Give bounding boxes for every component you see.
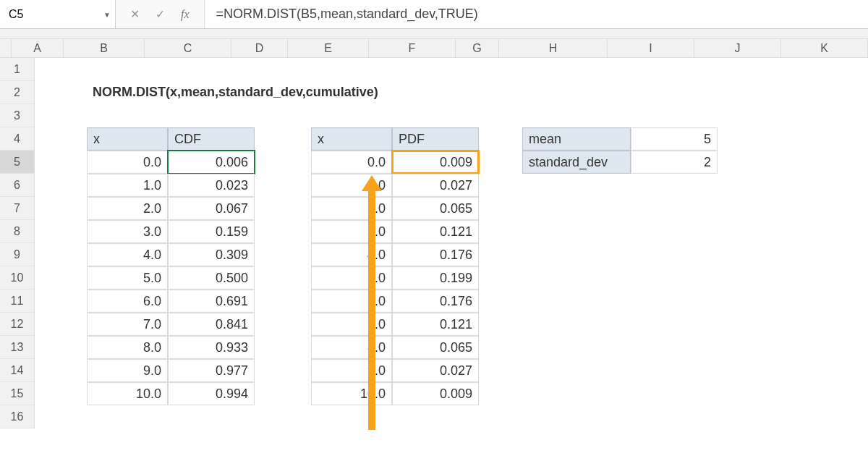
cell-F2[interactable] bbox=[392, 81, 479, 104]
cell-H15[interactable] bbox=[522, 382, 631, 405]
cell-J12[interactable] bbox=[718, 313, 804, 336]
cell-C11[interactable]: 0.691 bbox=[168, 290, 255, 313]
row-header-8[interactable]: 8 bbox=[0, 220, 35, 243]
row-header-6[interactable]: 6 bbox=[0, 174, 35, 197]
cell-C2[interactable] bbox=[168, 81, 255, 104]
cell-H7[interactable] bbox=[522, 197, 631, 220]
cell-F14[interactable]: 0.027 bbox=[392, 359, 479, 382]
cell-J11[interactable] bbox=[718, 290, 804, 313]
cell-D8[interactable] bbox=[255, 220, 311, 243]
cell-J3[interactable] bbox=[718, 104, 804, 127]
cell-H10[interactable] bbox=[522, 266, 631, 290]
cell-K15[interactable] bbox=[804, 382, 868, 405]
cell-I9[interactable] bbox=[631, 243, 718, 266]
row-header-15[interactable]: 15 bbox=[0, 382, 35, 405]
cell-D6[interactable] bbox=[255, 174, 311, 197]
cancel-icon[interactable] bbox=[130, 7, 140, 21]
cell-A5[interactable] bbox=[35, 151, 87, 174]
cell-B3[interactable] bbox=[87, 104, 168, 127]
cell-A6[interactable] bbox=[35, 174, 87, 197]
cell-E9[interactable]: 4.0 bbox=[311, 243, 392, 266]
cell-D14[interactable] bbox=[255, 359, 311, 382]
cell-H8[interactable] bbox=[522, 220, 631, 243]
cell-A2[interactable] bbox=[35, 81, 87, 104]
row-header-9[interactable]: 9 bbox=[0, 243, 35, 266]
cell-A16[interactable] bbox=[35, 405, 87, 428]
cell-F5[interactable]: 0.009 bbox=[392, 151, 479, 174]
cell-J15[interactable] bbox=[718, 382, 804, 405]
cell-B12[interactable]: 7.0 bbox=[87, 313, 168, 336]
cell-D9[interactable] bbox=[255, 243, 311, 266]
cell-B6[interactable]: 1.0 bbox=[87, 174, 168, 197]
cell-H2[interactable] bbox=[522, 81, 631, 104]
col-header-B[interactable]: B bbox=[64, 39, 145, 57]
col-header-K[interactable]: K bbox=[781, 39, 868, 57]
cell-C4[interactable]: CDF bbox=[168, 127, 255, 151]
cell-E2[interactable] bbox=[311, 81, 392, 104]
cell-E14[interactable]: 9.0 bbox=[311, 359, 392, 382]
cell-G11[interactable] bbox=[479, 290, 522, 313]
cell-C10[interactable]: 0.500 bbox=[168, 266, 255, 290]
cell-C1[interactable] bbox=[168, 58, 255, 81]
cell-E1[interactable] bbox=[311, 58, 392, 81]
cell-K11[interactable] bbox=[804, 290, 868, 313]
cell-B4[interactable]: x bbox=[87, 127, 168, 151]
cell-J1[interactable] bbox=[718, 58, 804, 81]
cell-I12[interactable] bbox=[631, 313, 718, 336]
cell-D4[interactable] bbox=[255, 127, 311, 151]
cell-D2[interactable] bbox=[255, 81, 311, 104]
col-header-J[interactable]: J bbox=[694, 39, 781, 57]
row-header-2[interactable]: 2 bbox=[0, 81, 35, 104]
cell-A11[interactable] bbox=[35, 290, 87, 313]
col-header-F[interactable]: F bbox=[369, 39, 456, 57]
row-header-10[interactable]: 10 bbox=[0, 266, 35, 290]
cell-A15[interactable] bbox=[35, 382, 87, 405]
col-header-C[interactable]: C bbox=[145, 39, 231, 57]
cell-G16[interactable] bbox=[479, 405, 522, 428]
cell-F3[interactable] bbox=[392, 104, 479, 127]
cell-K4[interactable] bbox=[804, 127, 868, 151]
cell-E10[interactable]: 5.0 bbox=[311, 266, 392, 290]
col-header-E[interactable]: E bbox=[288, 39, 369, 57]
cell-B1[interactable] bbox=[87, 58, 168, 81]
cell-H12[interactable] bbox=[522, 313, 631, 336]
row-header-4[interactable]: 4 bbox=[0, 127, 35, 151]
name-box-input[interactable] bbox=[7, 7, 108, 22]
cell-K16[interactable] bbox=[804, 405, 868, 428]
col-header-D[interactable]: D bbox=[231, 39, 288, 57]
cell-E3[interactable] bbox=[311, 104, 392, 127]
cell-I2[interactable] bbox=[631, 81, 718, 104]
dropdown-icon[interactable]: ▼ bbox=[103, 10, 111, 18]
cell-J14[interactable] bbox=[718, 359, 804, 382]
cell-K12[interactable] bbox=[804, 313, 868, 336]
cell-J7[interactable] bbox=[718, 197, 804, 220]
cell-J5[interactable] bbox=[718, 151, 804, 174]
cell-G4[interactable] bbox=[479, 127, 522, 151]
cell-H14[interactable] bbox=[522, 359, 631, 382]
cell-E4[interactable]: x bbox=[311, 127, 392, 151]
cell-G9[interactable] bbox=[479, 243, 522, 266]
cell-G5[interactable] bbox=[479, 151, 522, 174]
cell-C5[interactable]: 0.006 bbox=[168, 151, 255, 174]
cell-K2[interactable] bbox=[804, 81, 868, 104]
cell-G7[interactable] bbox=[479, 197, 522, 220]
cell-K5[interactable] bbox=[804, 151, 868, 174]
cell-F4[interactable]: PDF bbox=[392, 127, 479, 151]
cell-F11[interactable]: 0.176 bbox=[392, 290, 479, 313]
cell-F15[interactable]: 0.009 bbox=[392, 382, 479, 405]
cell-K8[interactable] bbox=[804, 220, 868, 243]
cell-B5[interactable]: 0.0 bbox=[87, 151, 168, 174]
cell-E11[interactable]: 6.0 bbox=[311, 290, 392, 313]
cell-E13[interactable]: 8.0 bbox=[311, 336, 392, 359]
cell-H13[interactable] bbox=[522, 336, 631, 359]
enter-icon[interactable] bbox=[156, 7, 165, 21]
cell-K1[interactable] bbox=[804, 58, 868, 81]
cell-G8[interactable] bbox=[479, 220, 522, 243]
cell-A3[interactable] bbox=[35, 104, 87, 127]
cell-D1[interactable] bbox=[255, 58, 311, 81]
row-header-5[interactable]: 5 bbox=[0, 151, 35, 174]
cell-J8[interactable] bbox=[718, 220, 804, 243]
col-header-G[interactable]: G bbox=[456, 39, 499, 57]
cell-C13[interactable]: 0.933 bbox=[168, 336, 255, 359]
cell-J4[interactable] bbox=[718, 127, 804, 151]
